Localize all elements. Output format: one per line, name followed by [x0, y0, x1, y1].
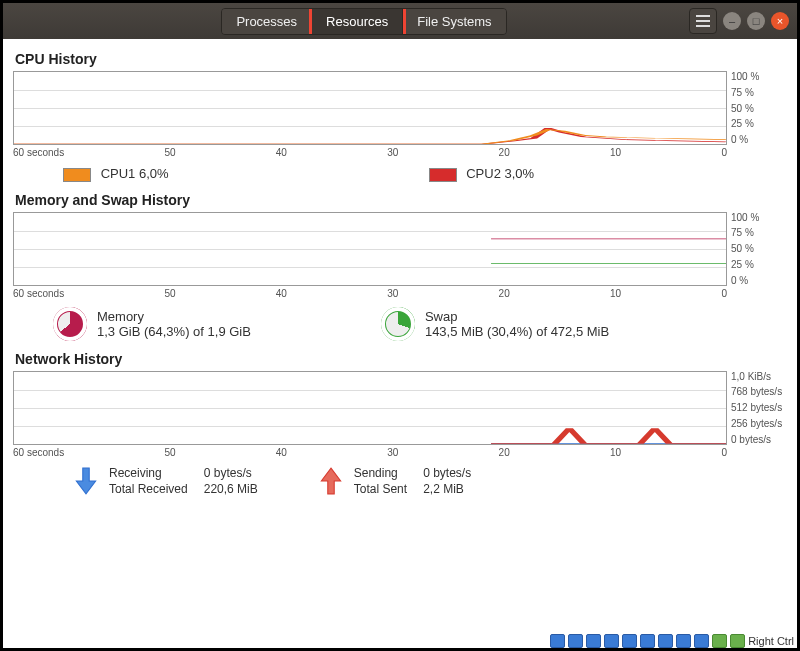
xtick: 10 [610, 447, 621, 458]
sb-icon[interactable] [586, 634, 601, 648]
tab-resources[interactable]: Resources [312, 9, 403, 34]
send-total-label: Total Sent [354, 482, 407, 496]
xtick: 0 [721, 147, 727, 158]
cpu2-legend[interactable]: CPU2 3,0% [429, 166, 535, 182]
cpu-history-title: CPU History [15, 51, 787, 67]
cpu1-label: CPU1 [101, 166, 136, 181]
sb-icon[interactable] [676, 634, 691, 648]
minimize-button[interactable]: – [723, 12, 741, 30]
xtick: 50 [164, 288, 175, 299]
xtick: 40 [276, 288, 287, 299]
xtick: 30 [387, 147, 398, 158]
xtick: 50 [164, 447, 175, 458]
ytick: 0 % [731, 275, 787, 286]
sb-icon[interactable] [730, 634, 745, 648]
cpu2-value: 3,0% [505, 166, 535, 181]
menu-button[interactable] [689, 8, 717, 34]
xtick: 40 [276, 447, 287, 458]
ytick: 50 % [731, 243, 787, 254]
tab-group: Processes Resources File Systems [221, 8, 506, 35]
send-rate: 0 bytes/s [423, 466, 471, 480]
download-arrow-icon [73, 466, 99, 496]
memory-legend[interactable]: Memory 1,3 GiB (64,3%) of 1,9 GiB [53, 307, 251, 341]
upload-arrow-icon [318, 466, 344, 496]
sb-icon[interactable] [712, 634, 727, 648]
ytick: 768 bytes/s [731, 386, 787, 397]
sb-icon[interactable] [640, 634, 655, 648]
memory-label: Memory [97, 309, 251, 324]
receiving-block: Receiving 0 bytes/s Total Received 220,6… [73, 466, 258, 496]
sb-icon[interactable] [604, 634, 619, 648]
recv-label: Receiving [109, 466, 188, 480]
send-total: 2,2 MiB [423, 482, 471, 496]
ytick: 512 bytes/s [731, 402, 787, 413]
mem-yaxis: 100 % 75 % 50 % 25 % 0 % [727, 212, 787, 286]
xtick: 0 [721, 447, 727, 458]
sb-icon[interactable] [568, 634, 583, 648]
tab-filesystems[interactable]: File Systems [403, 9, 505, 34]
network-history-title: Network History [15, 351, 787, 367]
send-label: Sending [354, 466, 407, 480]
recv-total: 220,6 MiB [204, 482, 258, 496]
close-button[interactable]: × [771, 12, 789, 30]
xtick: 30 [387, 447, 398, 458]
cpu2-label: CPU2 [466, 166, 501, 181]
sb-icon[interactable] [550, 634, 565, 648]
mem-xaxis: 60 seconds 50 40 30 20 10 0 [13, 288, 727, 299]
net-yaxis: 1,0 KiB/s 768 bytes/s 512 bytes/s 256 by… [727, 371, 787, 445]
xtick: 20 [499, 288, 510, 299]
ytick: 1,0 KiB/s [731, 371, 787, 382]
xtick: 30 [387, 288, 398, 299]
host-key-label: Right Ctrl [748, 635, 794, 647]
cpu2-swatch [429, 168, 457, 182]
cpu1-value: 6,0% [139, 166, 169, 181]
xtick: 0 [721, 288, 727, 299]
swap-pie-icon [381, 307, 415, 341]
ytick: 100 % [731, 212, 787, 223]
xtick: 20 [499, 147, 510, 158]
xtick: 10 [610, 147, 621, 158]
cpu-yaxis: 100 % 75 % 50 % 25 % 0 % [727, 71, 787, 145]
xtick: 60 seconds [13, 147, 64, 158]
sb-icon[interactable] [658, 634, 673, 648]
cpu1-swatch [63, 168, 91, 182]
net-xaxis: 60 seconds 50 40 30 20 10 0 [13, 447, 727, 458]
ytick: 75 % [731, 87, 787, 98]
xtick: 60 seconds [13, 447, 64, 458]
xtick: 50 [164, 147, 175, 158]
tab-processes[interactable]: Processes [222, 9, 312, 34]
ytick: 0 % [731, 134, 787, 145]
ytick: 256 bytes/s [731, 418, 787, 429]
vm-statusbar: Right Ctrl [550, 634, 794, 648]
ytick: 0 bytes/s [731, 434, 787, 445]
titlebar: Processes Resources File Systems – □ × [3, 3, 797, 39]
xtick: 40 [276, 147, 287, 158]
xtick: 60 seconds [13, 288, 64, 299]
swap-label: Swap [425, 309, 609, 324]
memory-chart [13, 212, 727, 286]
cpu-chart [13, 71, 727, 145]
memory-pie-icon [53, 307, 87, 341]
ytick: 100 % [731, 71, 787, 82]
swap-detail: 143,5 MiB (30,4%) of 472,5 MiB [425, 324, 609, 339]
memory-history-title: Memory and Swap History [15, 192, 787, 208]
sending-block: Sending 0 bytes/s Total Sent 2,2 MiB [318, 466, 471, 496]
recv-total-label: Total Received [109, 482, 188, 496]
recv-rate: 0 bytes/s [204, 466, 258, 480]
maximize-button[interactable]: □ [747, 12, 765, 30]
swap-legend[interactable]: Swap 143,5 MiB (30,4%) of 472,5 MiB [381, 307, 609, 341]
ytick: 25 % [731, 118, 787, 129]
memory-detail: 1,3 GiB (64,3%) of 1,9 GiB [97, 324, 251, 339]
content: CPU History 100 % 75 % 50 % 25 % 0 % 60 … [3, 39, 797, 496]
sb-icon[interactable] [694, 634, 709, 648]
ytick: 75 % [731, 227, 787, 238]
network-chart [13, 371, 727, 445]
cpu1-legend[interactable]: CPU1 6,0% [63, 166, 169, 182]
xtick: 10 [610, 288, 621, 299]
ytick: 50 % [731, 103, 787, 114]
ytick: 25 % [731, 259, 787, 270]
xtick: 20 [499, 447, 510, 458]
sb-icon[interactable] [622, 634, 637, 648]
cpu-xaxis: 60 seconds 50 40 30 20 10 0 [13, 147, 727, 158]
